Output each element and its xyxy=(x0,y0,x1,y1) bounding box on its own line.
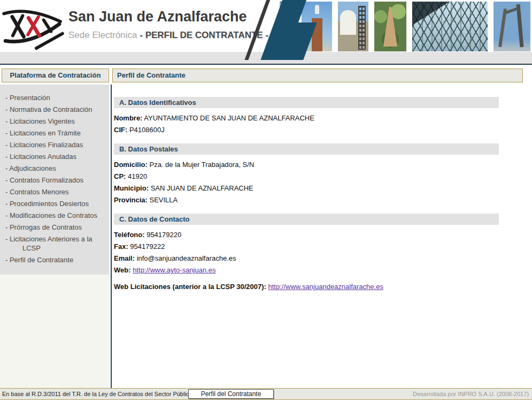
footer-legal-text: En base al R.D.3/2011 del T.R. de la Ley… xyxy=(2,389,192,399)
site-header: San Juan de Aznalfarache Sede Electrónic… xyxy=(0,0,532,52)
sidebar-item-perfil-de-contratante[interactable]: - Perfil de Contratante xyxy=(5,255,106,264)
sidebar-item-licitaciones-anteriores-lcsp[interactable]: - Licitaciones Anteriores a la LCSP xyxy=(5,234,106,253)
sculpture-stroke xyxy=(516,4,524,47)
cif-value: P4108600J xyxy=(129,126,165,134)
sidebar-item-prorrogas-de-contratos[interactable]: - Prórrogas de Contratos xyxy=(5,223,106,232)
domicilio-value: Pza. de la Mujer Trabajadora, S/N xyxy=(149,161,254,169)
main-content: A. Datos Identificativos Nombre: AYUNTAM… xyxy=(114,85,499,293)
site-subtitle: Sede Electrónica - PERFIL DE CONTRATANTE… xyxy=(68,30,268,41)
sidebar-filler xyxy=(0,275,109,388)
domicilio-label: Domicilio: xyxy=(114,161,148,169)
section-b-fields: Domicilio: Pza. de la Mujer Trabajadora,… xyxy=(114,159,499,206)
statue-shape xyxy=(315,5,319,14)
field-provincia: Provincia: SEVILLA xyxy=(114,194,499,206)
cif-label: CIF: xyxy=(114,126,127,134)
telefono-label: Teléfono: xyxy=(114,231,145,239)
content-vertical-divider xyxy=(111,85,112,388)
section-heading-datos-de-contacto: C. Datos de Contacto xyxy=(114,214,499,225)
municipality-logo-icon xyxy=(1,2,66,50)
header-separator-band xyxy=(0,52,532,65)
field-cp: CP: 41920 xyxy=(114,171,499,183)
telefono-value: 954179220 xyxy=(147,231,181,239)
header-title-block: San Juan de Aznalfarache Sede Electrónic… xyxy=(68,9,268,41)
sidebar-panel-title: Plataforma de Contratación xyxy=(2,69,109,82)
provincia-label: Provincia: xyxy=(114,196,148,204)
photo-winged-stone-statue xyxy=(374,2,406,51)
field-web-licitaciones: Web Licitaciones (anterior a la LCSP 30/… xyxy=(114,281,499,293)
sidebar-menu: - Presentación - Normativa de Contrataci… xyxy=(0,85,109,275)
sidebar-item-licitaciones-anuladas[interactable]: - Licitaciones Anuladas xyxy=(5,152,106,161)
sculpture-stroke xyxy=(498,9,507,47)
sidebar-item-contratos-formalizados[interactable]: - Contratos Formalizados xyxy=(5,176,106,185)
truss-texture xyxy=(280,2,296,51)
photo-bridge-truss-detail xyxy=(280,2,296,51)
web-label: Web: xyxy=(114,266,131,274)
section-a-fields: Nombre: AYUNTAMIENTO DE SAN JUAN DE AZNA… xyxy=(114,112,499,136)
field-web: Web: http://www.ayto-sanjuan.es xyxy=(114,264,499,276)
web-licitaciones-label: Web Licitaciones (anterior a la LCSP 30/… xyxy=(114,283,266,291)
nombre-value: AYUNTAMIENTO DE SAN JUAN DE AZNALFARACHE xyxy=(144,114,314,122)
subtitle-perfil: - PERFIL DE CONTRATANTE - xyxy=(140,30,268,40)
cp-label: CP: xyxy=(114,172,126,180)
nombre-label: Nombre: xyxy=(114,114,142,122)
email-value: info@sanjuandeaznalfarache.es xyxy=(137,254,236,262)
provincia-value: SEVILLA xyxy=(149,196,178,204)
photo-white-chapel-and-iron-gate xyxy=(338,2,368,51)
sidebar-item-presentacion[interactable]: - Presentación xyxy=(5,93,106,102)
field-telefono: Teléfono: 954179220 xyxy=(114,229,499,241)
header-photo-strip xyxy=(280,2,530,51)
site-title: San Juan de Aznalfarache xyxy=(68,9,268,25)
sidebar-item-licitaciones-finalizadas[interactable]: - Licitaciones Finalizadas xyxy=(5,140,106,149)
footer-credit-text: Desarrollada por INPRO S.A.U. (2008-2017… xyxy=(413,389,529,399)
chapel-shape xyxy=(340,10,356,35)
section-heading-datos-identificativos: A. Datos Identificativos xyxy=(114,97,499,108)
sidebar-item-modificaciones-de-contratos[interactable]: - Modificaciones de Contratos xyxy=(5,211,106,220)
gate-texture xyxy=(358,6,366,50)
photo-bridge-lattice-interior xyxy=(412,2,488,51)
email-label: Email: xyxy=(114,254,135,262)
field-email: Email: info@sanjuandeaznalfarache.es xyxy=(114,253,499,264)
fax-label: Fax: xyxy=(114,242,128,250)
tower-shape xyxy=(312,18,322,51)
footer-bar: En base al R.D.3/2011 del T.R. de la Ley… xyxy=(0,388,532,400)
photo-metal-sculpture xyxy=(494,2,530,51)
section-heading-datos-postales: B. Datos Postales xyxy=(114,143,499,155)
sidebar-menu-list: - Presentación - Normativa de Contrataci… xyxy=(0,85,109,264)
sidebar-item-procedimientos-desiertos[interactable]: - Procedimientos Desiertos xyxy=(5,199,106,208)
main-panel-title: Perfil de Contratante xyxy=(112,69,523,82)
field-fax: Fax: 954179222 xyxy=(114,241,499,253)
cp-value: 41920 xyxy=(128,172,147,180)
fax-value: 954179222 xyxy=(130,242,165,250)
stone-statue-shape xyxy=(383,7,397,47)
sidebar-item-adjudicaciones[interactable]: - Adjudicaciones xyxy=(5,164,106,173)
perfil-del-contratante-button[interactable]: Perfil del Contratante xyxy=(188,389,274,399)
web-licitaciones-link[interactable]: http://www.sanjuandeaznalfarache.es xyxy=(268,283,383,291)
field-domicilio: Domicilio: Pza. de la Mujer Trabajadora,… xyxy=(114,159,499,171)
field-cif: CIF: P4108600J xyxy=(114,124,499,136)
municipio-value: SAN JUAN DE AZNALFARACHE xyxy=(151,184,253,192)
sidebar-item-licitaciones-en-tramite[interactable]: - Licitaciones en Trámite xyxy=(5,128,106,138)
sidebar-item-normativa-de-contratacion[interactable]: - Normativa de Contratación xyxy=(5,105,106,114)
section-c-fields: Teléfono: 954179220 Fax: 954179222 Email… xyxy=(114,229,499,293)
web-link[interactable]: http://www.ayto-sanjuan.es xyxy=(133,266,215,274)
sidebar-item-licitaciones-vigentes[interactable]: - Licitaciones Vigentes xyxy=(5,117,106,126)
field-municipio: Municipio: SAN JUAN DE AZNALFARACHE xyxy=(114,183,499,194)
photo-brick-tower-with-statue xyxy=(302,2,332,51)
field-nombre: Nombre: AYUNTAMIENTO DE SAN JUAN DE AZNA… xyxy=(114,112,499,124)
municipio-label: Municipio: xyxy=(114,184,149,192)
subtitle-sede: Sede Electrónica xyxy=(68,30,140,40)
sidebar-item-contratos-menores[interactable]: - Contratos Menores xyxy=(5,187,106,196)
